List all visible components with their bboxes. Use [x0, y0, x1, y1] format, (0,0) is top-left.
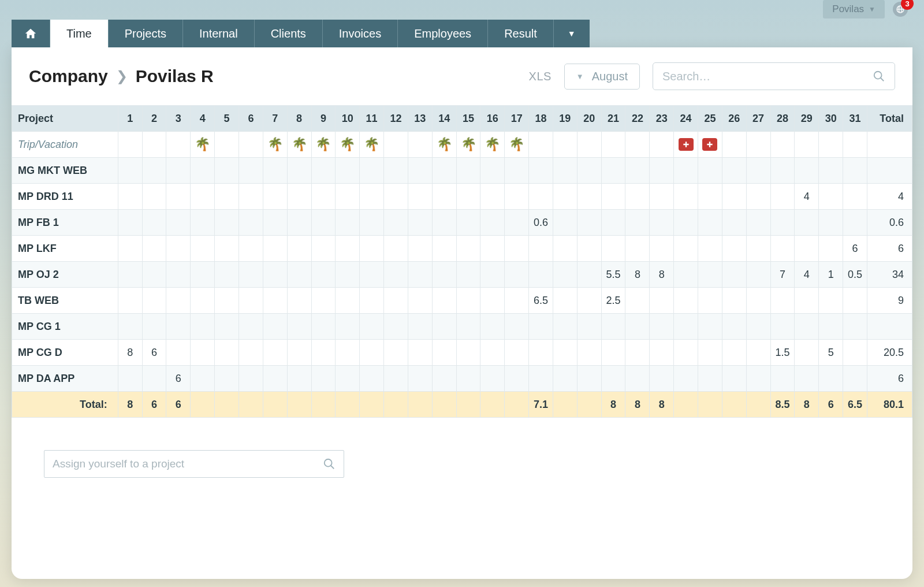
- cell[interactable]: [819, 314, 843, 340]
- cell[interactable]: [360, 236, 384, 262]
- cell[interactable]: [191, 340, 215, 366]
- cell[interactable]: [239, 158, 263, 184]
- cell[interactable]: [529, 158, 553, 184]
- cell[interactable]: [505, 262, 529, 288]
- cell[interactable]: [819, 184, 843, 210]
- cell[interactable]: [505, 366, 529, 392]
- export-xls-button[interactable]: XLS: [529, 70, 552, 83]
- cell[interactable]: [625, 158, 650, 184]
- cell[interactable]: [505, 314, 529, 340]
- cell[interactable]: [336, 210, 360, 236]
- cell[interactable]: [746, 288, 770, 314]
- cell[interactable]: [384, 158, 408, 184]
- cell[interactable]: [770, 132, 795, 158]
- row-name[interactable]: MP DA APP: [12, 366, 118, 392]
- cell[interactable]: [529, 262, 553, 288]
- cell[interactable]: [698, 262, 722, 288]
- cell[interactable]: 🌴: [432, 132, 456, 158]
- cell[interactable]: [674, 340, 698, 366]
- cell[interactable]: 🌴: [480, 132, 505, 158]
- cell[interactable]: [215, 262, 239, 288]
- cell[interactable]: [819, 210, 843, 236]
- cell[interactable]: [432, 262, 456, 288]
- cell[interactable]: [384, 366, 408, 392]
- cell[interactable]: [215, 366, 239, 392]
- cell[interactable]: 1: [819, 262, 843, 288]
- cell[interactable]: [166, 262, 191, 288]
- tab-clients[interactable]: Clients: [255, 20, 323, 47]
- cell[interactable]: [843, 314, 867, 340]
- assign-project-input[interactable]: [53, 458, 323, 470]
- tab-result[interactable]: Result: [488, 20, 554, 47]
- cell[interactable]: [770, 236, 795, 262]
- cell[interactable]: [746, 184, 770, 210]
- cell[interactable]: [770, 288, 795, 314]
- cell[interactable]: [384, 288, 408, 314]
- cell[interactable]: 0.6: [529, 210, 553, 236]
- cell[interactable]: [456, 314, 480, 340]
- cell[interactable]: [698, 340, 722, 366]
- cell[interactable]: [722, 184, 746, 210]
- cell[interactable]: [577, 132, 601, 158]
- cell[interactable]: [263, 366, 287, 392]
- cell[interactable]: [239, 210, 263, 236]
- cell[interactable]: [311, 184, 336, 210]
- cell[interactable]: [287, 158, 311, 184]
- cell[interactable]: [601, 340, 625, 366]
- cell[interactable]: [408, 340, 432, 366]
- cell[interactable]: [118, 314, 142, 340]
- cell[interactable]: [650, 184, 674, 210]
- cell[interactable]: [239, 236, 263, 262]
- cell[interactable]: [674, 132, 698, 158]
- cell[interactable]: [746, 314, 770, 340]
- cell[interactable]: [336, 184, 360, 210]
- cell[interactable]: [601, 210, 625, 236]
- cell[interactable]: [118, 236, 142, 262]
- cell[interactable]: [529, 340, 553, 366]
- cell[interactable]: [650, 210, 674, 236]
- cell[interactable]: [118, 132, 142, 158]
- row-name[interactable]: MG MKT WEB: [12, 158, 118, 184]
- cell[interactable]: [843, 340, 867, 366]
- cell[interactable]: [384, 340, 408, 366]
- cell[interactable]: [336, 288, 360, 314]
- cell[interactable]: [650, 236, 674, 262]
- cell[interactable]: [142, 314, 166, 340]
- cell[interactable]: [529, 184, 553, 210]
- cell[interactable]: [287, 314, 311, 340]
- cell[interactable]: [432, 158, 456, 184]
- user-menu[interactable]: Povilas ▼: [823, 0, 885, 18]
- cell[interactable]: [191, 314, 215, 340]
- cell[interactable]: [456, 366, 480, 392]
- cell[interactable]: [843, 210, 867, 236]
- cell[interactable]: 🌴: [336, 132, 360, 158]
- cell[interactable]: [287, 236, 311, 262]
- cell[interactable]: [360, 340, 384, 366]
- cell[interactable]: 🌴: [456, 132, 480, 158]
- cell[interactable]: [311, 314, 336, 340]
- search-box[interactable]: [653, 62, 895, 90]
- cell[interactable]: [722, 314, 746, 340]
- cell[interactable]: [795, 314, 819, 340]
- cell[interactable]: [432, 314, 456, 340]
- cell[interactable]: [577, 236, 601, 262]
- cell[interactable]: [577, 262, 601, 288]
- cell[interactable]: [650, 340, 674, 366]
- cell[interactable]: [456, 236, 480, 262]
- cell[interactable]: [625, 210, 650, 236]
- cell[interactable]: [746, 366, 770, 392]
- cell[interactable]: [336, 236, 360, 262]
- cell[interactable]: [746, 210, 770, 236]
- cell[interactable]: [819, 288, 843, 314]
- cell[interactable]: [480, 314, 505, 340]
- cell[interactable]: [142, 366, 166, 392]
- month-picker[interactable]: ▼ August: [564, 64, 640, 90]
- cell[interactable]: [795, 158, 819, 184]
- cell[interactable]: [408, 366, 432, 392]
- cell[interactable]: [118, 366, 142, 392]
- assign-project-box[interactable]: [44, 450, 344, 478]
- cell[interactable]: [505, 340, 529, 366]
- cell[interactable]: [287, 184, 311, 210]
- cell[interactable]: [674, 366, 698, 392]
- cell[interactable]: [408, 132, 432, 158]
